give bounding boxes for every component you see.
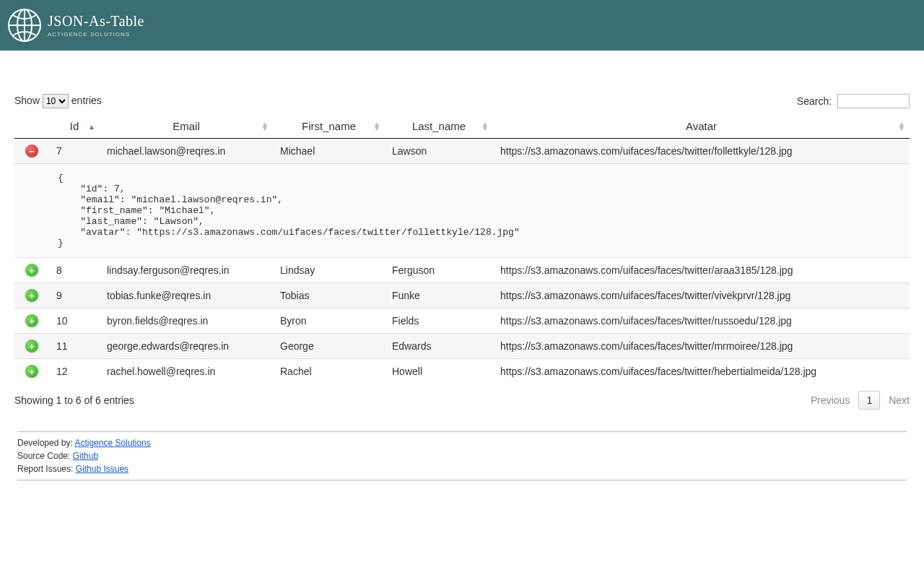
expand-row-button[interactable]: + (25, 314, 38, 327)
cell-firstname: Tobias (273, 283, 385, 309)
sort-icon: ▲▼ (481, 122, 489, 131)
expand-row-button[interactable]: + (25, 365, 38, 378)
table-info: Showing 1 to 6 of 6 entries (14, 394, 134, 406)
table-row: +10byron.fields@reqres.inByronFieldshttp… (14, 309, 910, 334)
cell-id: 7 (49, 139, 100, 164)
sort-icon: ▲▼ (261, 122, 269, 131)
cell-firstname: Lindsay (273, 258, 385, 283)
expand-row-button[interactable]: + (25, 264, 38, 277)
previous-button[interactable]: Previous (811, 394, 850, 406)
table-row: +8lindsay.ferguson@reqres.inLindsayFergu… (14, 258, 910, 283)
length-control: Show 10 entries (14, 94, 102, 108)
page-number[interactable]: 1 (858, 391, 880, 410)
cell-lastname: Howell (385, 359, 493, 384)
cell-avatar: https://s3.amazonaws.com/uifaces/faces/t… (493, 359, 910, 384)
cell-avatar: https://s3.amazonaws.com/uifaces/faces/t… (493, 283, 910, 309)
cell-firstname: George (273, 334, 385, 359)
next-button[interactable]: Next (889, 394, 910, 406)
sort-icon: ▲▼ (373, 122, 380, 131)
expand-row-button[interactable]: + (25, 289, 38, 302)
column-header-lastname[interactable]: Last_name ▲▼ (385, 114, 493, 139)
sort-asc-icon: ▲ (88, 122, 95, 130)
credits: Developed by: Actigence Solutions Source… (17, 431, 907, 480)
page-size-select[interactable]: 10 (43, 94, 69, 108)
cell-email: michael.lawson@reqres.in (100, 139, 273, 164)
table-row: +12rachel.howell@reqres.inRachelHowellht… (14, 359, 910, 384)
search-input[interactable] (837, 94, 910, 108)
search-label: Search: (797, 95, 832, 107)
data-table: Id ▲ Email ▲▼ First_name ▲▼ Last_name ▲▼… (14, 114, 910, 384)
cell-avatar: https://s3.amazonaws.com/uifaces/faces/t… (493, 309, 910, 334)
cell-email: tobias.funke@reqres.in (100, 283, 273, 309)
app-header: JSON-As-Table ACTIGENCE SOLUTIONS (0, 0, 924, 51)
cell-lastname: Ferguson (385, 258, 493, 283)
table-row: +11george.edwards@reqres.inGeorgeEdwards… (14, 334, 910, 359)
cell-id: 9 (49, 283, 100, 309)
credits-src-label: Source Code: (17, 451, 73, 461)
cell-id: 11 (49, 334, 100, 359)
column-header-avatar[interactable]: Avatar ▲▼ (493, 114, 910, 139)
cell-email: lindsay.ferguson@reqres.in (100, 258, 273, 283)
cell-lastname: Funke (385, 283, 493, 309)
table-row: −7michael.lawson@reqres.inMichaelLawsonh… (14, 139, 910, 164)
column-expander (14, 114, 49, 139)
cell-avatar: https://s3.amazonaws.com/uifaces/faces/t… (493, 139, 910, 164)
expand-row-button[interactable]: + (25, 340, 38, 353)
cell-lastname: Edwards (385, 334, 493, 359)
cell-email: rachel.howell@reqres.in (100, 359, 273, 384)
search-control: Search: (797, 94, 910, 108)
column-header-id[interactable]: Id ▲ (49, 114, 100, 139)
cell-email: george.edwards@reqres.in (100, 334, 273, 359)
cell-lastname: Fields (385, 309, 493, 334)
expanded-detail-row: { "id": 7, "email": "michael.lawson@reqr… (14, 164, 910, 258)
credits-dev-link[interactable]: Actigence Solutions (74, 438, 150, 448)
cell-id: 10 (49, 309, 100, 334)
cell-email: byron.fields@reqres.in (100, 309, 273, 334)
cell-lastname: Lawson (385, 139, 493, 164)
collapse-row-button[interactable]: − (25, 144, 38, 158)
credits-src-link[interactable]: Github (73, 451, 98, 461)
logo: JSON-As-Table ACTIGENCE SOLUTIONS (7, 8, 144, 43)
cell-avatar: https://s3.amazonaws.com/uifaces/faces/t… (493, 334, 910, 359)
globe-icon (7, 8, 42, 43)
cell-firstname: Michael (273, 139, 385, 164)
cell-id: 8 (49, 258, 100, 283)
show-label: Show (14, 95, 40, 106)
column-header-firstname[interactable]: First_name ▲▼ (273, 114, 385, 139)
sort-icon: ▲▼ (898, 122, 905, 131)
cell-firstname: Rachel (273, 359, 385, 384)
app-subtitle: ACTIGENCE SOLUTIONS (48, 31, 144, 38)
credits-issues-label: Report Issues: (17, 464, 76, 474)
pagination: Previous 1 Next (811, 391, 910, 410)
credits-dev-label: Developed by: (17, 438, 74, 448)
app-title: JSON-As-Table (48, 13, 144, 30)
column-header-email[interactable]: Email ▲▼ (100, 114, 273, 139)
entries-label: entries (71, 95, 102, 106)
cell-firstname: Byron (273, 309, 385, 334)
cell-avatar: https://s3.amazonaws.com/uifaces/faces/t… (493, 258, 910, 283)
expanded-json: { "id": 7, "email": "michael.lawson@reqr… (14, 164, 910, 258)
table-row: +9tobias.funke@reqres.inTobiasFunkehttps… (14, 283, 910, 309)
cell-id: 12 (49, 359, 100, 384)
credits-issues-link[interactable]: Github Issues (76, 464, 128, 474)
